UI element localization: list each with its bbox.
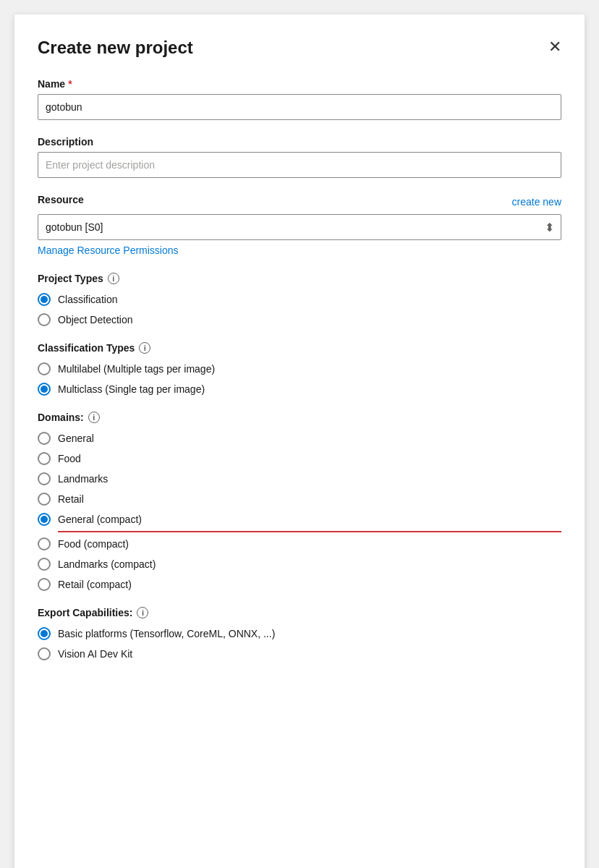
domains-label: Domains: i [38,412,561,423]
description-section: Description [38,136,561,178]
domains-radio-group: General Food Landmarks Retail General (c… [38,432,561,591]
retail-radio[interactable] [38,493,51,506]
description-label: Description [38,136,561,148]
object-detection-radio[interactable] [38,313,51,326]
dialog-title: Create new project [38,38,193,58]
general-compact-radio-item[interactable]: General (compact) [38,513,561,530]
resource-label: Resource [38,194,84,205]
resource-section: Resource create new gotobun [S0] ⬍ Manag… [38,194,561,257]
food-compact-radio-item[interactable]: Food (compact) [38,537,561,550]
landmarks-radio[interactable] [38,472,51,485]
multiclass-label: Multiclass (Single tag per image) [58,383,205,395]
close-button[interactable]: ✕ [548,39,561,55]
multilabel-radio-item[interactable]: Multilabel (Multiple tags per image) [38,362,561,375]
classification-types-section: Classification Types i Multilabel (Multi… [38,342,561,396]
required-indicator: * [68,78,72,90]
object-detection-label: Object Detection [58,314,133,326]
retail-label: Retail [58,493,84,505]
name-input[interactable] [38,94,561,120]
classification-radio[interactable] [38,293,51,306]
project-types-radio-group: Classification Object Detection [38,293,561,326]
classification-types-radio-group: Multilabel (Multiple tags per image) Mul… [38,362,561,396]
export-capabilities-section: Export Capabilities: i Basic platforms (… [38,607,561,660]
manage-permissions-link[interactable]: Manage Resource Permissions [38,244,179,256]
classification-label: Classification [58,294,117,305]
description-input[interactable] [38,152,561,178]
vision-ai-label: Vision AI Dev Kit [58,648,132,660]
resource-header: Resource create new [38,194,561,210]
general-radio[interactable] [38,432,51,445]
domains-section: Domains: i General Food Landmarks Retail [38,412,561,591]
landmarks-radio-item[interactable]: Landmarks [38,472,561,485]
export-capabilities-radio-group: Basic platforms (Tensorflow, CoreML, ONN… [38,627,561,660]
retail-compact-radio-item[interactable]: Retail (compact) [38,578,561,591]
multilabel-radio[interactable] [38,362,51,375]
vision-ai-radio[interactable] [38,647,51,660]
retail-radio-item[interactable]: Retail [38,493,561,506]
create-project-dialog: Create new project ✕ Name* Description R… [14,14,585,868]
project-types-info-icon: i [108,273,119,284]
basic-platforms-radio-item[interactable]: Basic platforms (Tensorflow, CoreML, ONN… [38,627,561,640]
landmarks-compact-radio[interactable] [38,558,51,571]
export-capabilities-info-icon: i [137,607,148,618]
multiclass-radio-item[interactable]: Multiclass (Single tag per image) [38,383,561,396]
multiclass-radio[interactable] [38,383,51,396]
food-compact-radio[interactable] [38,537,51,550]
object-detection-radio-item[interactable]: Object Detection [38,313,561,326]
dialog-header: Create new project ✕ [38,38,561,58]
domains-info-icon: i [88,412,100,423]
retail-compact-label: Retail (compact) [58,579,132,590]
retail-compact-radio[interactable] [38,578,51,591]
export-capabilities-label: Export Capabilities: i [38,607,561,618]
resource-select[interactable]: gotobun [S0] [38,214,561,240]
vision-ai-radio-item[interactable]: Vision AI Dev Kit [38,647,561,660]
food-compact-label: Food (compact) [58,538,129,550]
name-section: Name* [38,78,561,120]
resource-select-wrapper: gotobun [S0] ⬍ [38,214,561,240]
basic-platforms-radio[interactable] [38,627,51,640]
general-compact-radio[interactable] [38,513,51,526]
food-label: Food [58,453,81,464]
landmarks-label: Landmarks [58,473,108,485]
create-new-link[interactable]: create new [512,196,561,208]
project-types-section: Project Types i Classification Object De… [38,273,561,326]
landmarks-compact-label: Landmarks (compact) [58,558,156,570]
multilabel-label: Multilabel (Multiple tags per image) [58,363,215,375]
name-label: Name* [38,78,561,90]
food-radio[interactable] [38,452,51,465]
classification-radio-item[interactable]: Classification [38,293,561,306]
general-label: General [58,433,94,444]
project-types-label: Project Types i [38,273,561,284]
food-radio-item[interactable]: Food [38,452,561,465]
general-compact-label: General (compact) [58,514,142,525]
landmarks-compact-radio-item[interactable]: Landmarks (compact) [38,558,561,571]
classification-types-label: Classification Types i [38,342,561,354]
highlight-underline [58,531,561,532]
general-radio-item[interactable]: General [38,432,561,445]
basic-platforms-label: Basic platforms (Tensorflow, CoreML, ONN… [58,628,275,639]
classification-types-info-icon: i [139,342,150,354]
